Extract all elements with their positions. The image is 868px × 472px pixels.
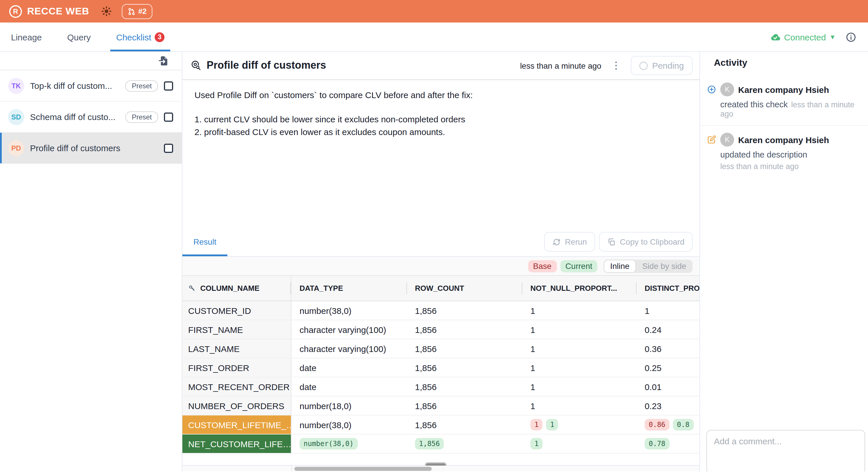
result-tabbar: Result Rerun <box>182 227 700 257</box>
column-header-not-null[interactable]: NOT_NULL_PROPORT... <box>522 276 637 301</box>
table-cell: 1,856 <box>407 397 522 415</box>
table-cell: date <box>291 377 407 396</box>
column-header-data-type[interactable]: DATA_TYPE <box>291 276 407 301</box>
status-circle-icon <box>640 61 648 69</box>
value: 1 <box>530 363 535 373</box>
table-cell: 1,856 <box>407 358 522 377</box>
value: 1,856 <box>415 324 437 335</box>
connection-status-dropdown[interactable]: Connected ▼ <box>770 31 836 42</box>
table-cell: 1,856 <box>407 339 522 358</box>
value: number(18,0) <box>300 401 351 411</box>
check-header: Profile diff of customers less than a mi… <box>182 52 700 80</box>
value: date <box>300 363 316 373</box>
sidebar-toolbar <box>0 52 182 70</box>
rerun-label: Rerun <box>565 237 587 246</box>
tab-lineage[interactable]: Lineage <box>5 23 48 51</box>
table-cell: 1 <box>637 301 700 320</box>
rerun-icon <box>552 238 561 246</box>
value: 1,856 <box>415 382 437 391</box>
checklist-item-checkbox[interactable] <box>164 144 173 153</box>
profile-diff-icon <box>190 60 202 71</box>
horizontal-scrollbar <box>182 466 700 471</box>
theme-toggle-button[interactable] <box>100 5 113 18</box>
brand-title: RECCE WEB <box>27 5 89 17</box>
cell-column-name: CUSTOMER_LIFETIME_… <box>182 415 291 434</box>
table-cell: 0.860.8 <box>637 415 700 434</box>
value: 1,856 <box>415 420 437 430</box>
view-inline-option[interactable]: Inline <box>604 259 636 273</box>
rerun-button[interactable]: Rerun <box>544 232 595 252</box>
sun-icon <box>101 6 112 17</box>
value: 1 <box>530 382 535 391</box>
comment-area: Comment <box>706 430 865 471</box>
horizontal-scrollbar-thumb[interactable] <box>294 467 432 471</box>
activity-item-created: K Karen company Hsieh created this check… <box>700 83 868 125</box>
more-options-icon[interactable]: ⋮ <box>607 61 626 70</box>
table-cell: character varying(100) <box>291 320 407 339</box>
table-cell: 1 <box>522 397 637 415</box>
checklist-item-checkbox[interactable] <box>164 112 173 122</box>
table-row: CUSTOMER_LIFETIME_…number(38,0)1,856110.… <box>182 415 700 435</box>
checklist-item-topk-diff[interactable]: TK Top-k diff of custom... Preset <box>0 70 182 101</box>
value: 1 <box>530 344 535 353</box>
connection-status-label: Connected <box>784 32 826 42</box>
diff-legend-toolbar: Base Current Inline Side by side <box>182 257 700 276</box>
nav-bar: Lineage Query Checklist 3 Connected ▼ <box>0 23 868 52</box>
chevron-down-icon: ▼ <box>829 33 836 40</box>
check-detail-panel: Profile diff of customers less than a mi… <box>182 52 700 471</box>
copy-to-clipboard-button[interactable]: Copy to Clipboard <box>599 232 692 252</box>
value: 1,856 <box>415 363 437 373</box>
value: 1,856 <box>415 306 437 315</box>
tab-label: Result <box>193 237 216 246</box>
tab-label: Checklist <box>116 32 152 42</box>
table-cell: number(18,0) <box>291 397 407 415</box>
checklist-item-label: Top-k diff of custom... <box>30 81 120 91</box>
plus-circle-icon <box>707 85 716 118</box>
avatar: K <box>720 83 734 96</box>
checklist-item-profile-diff[interactable]: PD Profile diff of customers <box>0 133 182 164</box>
value: 0.01 <box>645 382 661 391</box>
base-value: 0.86 <box>645 419 670 431</box>
column-header-row-count[interactable]: ROW_COUNT <box>407 276 522 301</box>
table-cell: 0.01 <box>637 377 700 396</box>
tab-label: Lineage <box>11 32 42 42</box>
activity-list: K Karen company Hsieh created this check… <box>700 83 868 178</box>
tab-result[interactable]: Result <box>182 227 227 256</box>
comment-input[interactable] <box>706 430 865 471</box>
column-header-distinct[interactable]: DISTINCT_PRO... <box>637 276 700 301</box>
value: 0.24 <box>645 324 661 335</box>
value: 1 <box>530 324 535 335</box>
table-cell: 1 <box>522 320 637 339</box>
value: 1,856 <box>415 401 437 411</box>
value: character varying(100) <box>300 344 386 353</box>
cloud-check-icon <box>770 31 781 42</box>
checklist-item-schema-diff[interactable]: SD Schema diff of custo... Preset <box>0 101 182 133</box>
checklist-item-checkbox[interactable] <box>164 81 173 90</box>
info-icon[interactable] <box>845 31 857 42</box>
table-row: NUMBER_OF_ORDERSnumber(18,0)1,85610.23 <box>182 397 700 415</box>
app-header: R RECCE WEB #2 <box>0 0 868 23</box>
tab-checklist[interactable]: Checklist 3 <box>111 23 170 51</box>
session-badge[interactable]: #2 <box>122 4 152 19</box>
value: number(38,0) <box>300 306 351 315</box>
legend-base: Base <box>528 260 557 272</box>
status-pending-button[interactable]: Pending <box>631 56 692 75</box>
base-value: 1 <box>530 419 542 431</box>
check-description[interactable]: Used Profile Diff on `customers` to comp… <box>182 80 700 227</box>
check-title: Profile diff of customers <box>207 59 326 71</box>
value: 1,856 <box>415 344 437 353</box>
column-header-name[interactable]: COLUMN_NAME <box>182 276 291 301</box>
view-side-by-side-option[interactable]: Side by side <box>636 259 692 273</box>
recce-logo-icon: R <box>9 5 22 18</box>
table-cell: 1,856 <box>407 415 522 434</box>
checklist-item-label: Profile diff of customers <box>30 143 158 153</box>
current-value: 1 <box>546 419 558 431</box>
value: 1 <box>645 306 650 315</box>
value: character varying(100) <box>300 324 386 335</box>
tab-query[interactable]: Query <box>61 23 97 51</box>
table-cell: 0.78 <box>637 435 700 453</box>
cell-column-name: MOST_RECENT_ORDER <box>182 377 291 396</box>
import-checklist-icon[interactable] <box>158 55 169 66</box>
table-cell: 11 <box>522 415 637 434</box>
copy-icon <box>607 238 616 246</box>
